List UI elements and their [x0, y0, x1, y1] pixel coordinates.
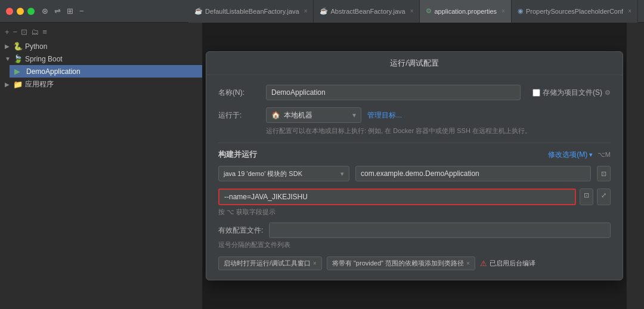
tag-label: 将带有 "provided" 范围的依赖项添加到类路径: [332, 259, 464, 268]
dialog-overlay: 运行/调试配置 名称(N): 存储为项目文件(S) ⚙: [203, 23, 626, 309]
error-icon: ⚠: [480, 259, 487, 268]
props-icon: ⚙: [426, 7, 432, 15]
store-label: 存储为项目文件(S): [543, 88, 602, 98]
tab-close-icon[interactable]: ×: [628, 8, 631, 14]
sdk-select[interactable]: java 19 'demo' 模块的 SDK ▾: [218, 166, 349, 181]
expand-arrow-icon: ▶: [5, 81, 11, 88]
remove-icon[interactable]: −: [13, 27, 18, 36]
java-icon: ☕: [320, 7, 328, 15]
content-area: 运行/调试配置 名称(N): 存储为项目文件(S) ⚙: [203, 23, 626, 309]
maximize-button[interactable]: [27, 8, 35, 15]
tab-close-icon[interactable]: ×: [410, 8, 414, 14]
copy-icon[interactable]: ⊡: [21, 27, 27, 36]
java-icon: ☕: [194, 7, 203, 15]
expand-arrow-icon: ▶: [5, 43, 11, 50]
minimize-button[interactable]: [17, 8, 24, 15]
tab-close-icon[interactable]: ×: [501, 8, 505, 14]
modify-options-link[interactable]: 修改选项(M) ▾ ⌥M: [548, 150, 611, 160]
args-copy-btn[interactable]: ⊡: [580, 189, 593, 205]
run-on-label: 运行于:: [218, 110, 260, 120]
build-run-title: 构建并运行: [218, 149, 257, 160]
store-checkbox[interactable]: [532, 89, 540, 97]
title-bar: ⊛ ⇌ ⊞ − ☕ DefaultListableBeanFactory.jav…: [0, 0, 644, 23]
run-on-select[interactable]: 🏠 本地机器 ▾: [266, 107, 361, 123]
traffic-lights: [6, 8, 35, 15]
sidebar-item-demo-app[interactable]: ▶ DemoApplication: [10, 65, 202, 78]
config-files-row: 有效配置文件:: [218, 223, 611, 238]
tag-open-tool-window: 启动时打开运行/调试工具窗口 ×: [218, 257, 322, 270]
tab-label: PropertySourcesPlaceholderConf: [526, 8, 623, 15]
sidebar-item-app-program[interactable]: ▶ 📁 应用程序: [0, 78, 202, 91]
dropdown-arrow-icon: ▾: [352, 111, 356, 119]
sidebar-item-label: 应用程序: [25, 79, 54, 89]
field-hint: 按 ⌥ 获取字段提示: [218, 208, 611, 217]
run-icon: ▶: [14, 67, 24, 76]
toolbar-icons: ⊛ ⇌ ⊞ −: [42, 7, 84, 16]
sidebar-item-label: Python: [25, 42, 47, 51]
config-files-input[interactable]: [269, 223, 611, 238]
tag-remove-icon[interactable]: ×: [313, 260, 317, 267]
sidebar-toolbar: + − ⊡ 🗂 ≡: [0, 25, 202, 40]
tab-label: AbstractBeanFactory.java: [330, 8, 405, 15]
run-on-row: 运行于: 🏠 本地机器 ▾ 管理目标...: [218, 107, 611, 123]
tag-remove-icon[interactable]: ×: [466, 260, 470, 267]
close-button[interactable]: [6, 8, 13, 15]
shortcut-label: ⌥M: [597, 151, 611, 158]
expand-arrow-icon: ▼: [5, 55, 11, 62]
sdk-value: java 19 'demo' 模块的 SDK: [224, 169, 302, 178]
spring-boot-icon: 🍃: [13, 54, 23, 63]
tab-close-icon[interactable]: ×: [304, 8, 308, 14]
folder-icon[interactable]: 🗂: [31, 27, 39, 36]
config-files-label: 有效配置文件:: [218, 225, 263, 236]
sidebar-item-spring-boot[interactable]: ▼ 🍃 Spring Boot: [0, 52, 202, 65]
tab-label: DefaultListableBeanFactory.java: [205, 8, 299, 15]
toolbar-icon-2[interactable]: ⇌: [54, 7, 61, 16]
run-debug-dialog: 运行/调试配置 名称(N): 存储为项目文件(S) ⚙: [206, 51, 623, 280]
tab-abstract-bean[interactable]: ☕ AbstractBeanFactory.java ×: [314, 0, 420, 23]
main-layout: + − ⊡ 🗂 ≡ ▶ 🐍 Python ▼ 🍃 Spring Boot ▶ D…: [0, 23, 644, 309]
tab-property-sources[interactable]: ◉ PropertySourcesPlaceholderConf ×: [512, 0, 638, 23]
folder-icon: 📁: [13, 80, 23, 89]
args-expand-btn[interactable]: ⤢: [597, 189, 611, 205]
dialog-title: 运行/调试配置: [206, 52, 623, 75]
python-icon: 🐍: [13, 42, 23, 51]
gear-icon[interactable]: ⚙: [605, 89, 611, 97]
tags-row: 启动时打开运行/调试工具窗口 × 将带有 "provided" 范围的依赖项添加…: [218, 257, 611, 270]
sdk-main-class-row: java 19 'demo' 模块的 SDK ▾ com.example.dem…: [218, 166, 611, 181]
editor-tabs: ☕ DefaultListableBeanFactory.java × ☕ Ab…: [188, 0, 638, 23]
sidebar: + − ⊡ 🗂 ≡ ▶ 🐍 Python ▼ 🍃 Spring Boot ▶ D…: [0, 23, 203, 309]
add-icon[interactable]: +: [5, 27, 10, 36]
tab-label: application.properties: [434, 8, 497, 15]
name-label: 名称(N):: [218, 88, 260, 98]
toolbar-icon-3[interactable]: ⊞: [67, 7, 73, 16]
toolbar-icon-4[interactable]: −: [79, 7, 84, 16]
sidebar-item-python[interactable]: ▶ 🐍 Python: [0, 40, 202, 52]
manage-target-link[interactable]: 管理目标...: [367, 110, 402, 120]
config-files-hint: 逗号分隔的配置文件列表: [218, 240, 611, 249]
program-args-field[interactable]: --name=JAVA_JIKEJISHU: [218, 189, 576, 205]
dropdown-arrow-icon: ▾: [340, 170, 344, 178]
program-args-row: --name=JAVA_JIKEJISHU ⊡ ⤢: [218, 189, 611, 205]
sidebar-item-label: Spring Boot: [25, 55, 63, 63]
local-machine-icon: 🏠: [271, 111, 280, 119]
tag-background-compile: ⚠ 已启用后台编译: [480, 259, 535, 268]
build-run-header: 构建并运行 修改选项(M) ▾ ⌥M: [218, 149, 611, 160]
tag-provided-scope: 将带有 "provided" 范围的依赖项添加到类路径 ×: [327, 257, 475, 270]
tab-default-listable[interactable]: ☕ DefaultListableBeanFactory.java ×: [188, 0, 314, 23]
run-on-value: 本地机器: [284, 110, 312, 120]
run-on-hint: 运行配置可以在本地或目标上执行: 例如, 在 Docker 容器中或使用 SSH…: [266, 126, 611, 135]
sort-icon[interactable]: ≡: [42, 27, 47, 36]
dropdown-arrow-icon: ▾: [589, 151, 593, 158]
right-panel-partial: [626, 23, 644, 309]
tag-label: 已启用后台编译: [490, 259, 535, 268]
class-icon: ◉: [518, 7, 524, 15]
main-class-field: com.example.demo.DemoApplication: [355, 166, 591, 181]
tab-application-props[interactable]: ⚙ application.properties ×: [420, 0, 511, 23]
tag-label: 启动时打开运行/调试工具窗口: [224, 259, 311, 268]
sidebar-item-label: DemoApplication: [26, 67, 80, 76]
main-class-copy-btn[interactable]: ⊡: [597, 166, 611, 181]
dialog-body: 名称(N): 存储为项目文件(S) ⚙ 运行于: 🏠 本地机: [206, 75, 623, 280]
toolbar-icon-1[interactable]: ⊛: [42, 7, 48, 16]
name-input[interactable]: [266, 85, 521, 100]
name-row: 名称(N): 存储为项目文件(S) ⚙: [218, 85, 611, 100]
